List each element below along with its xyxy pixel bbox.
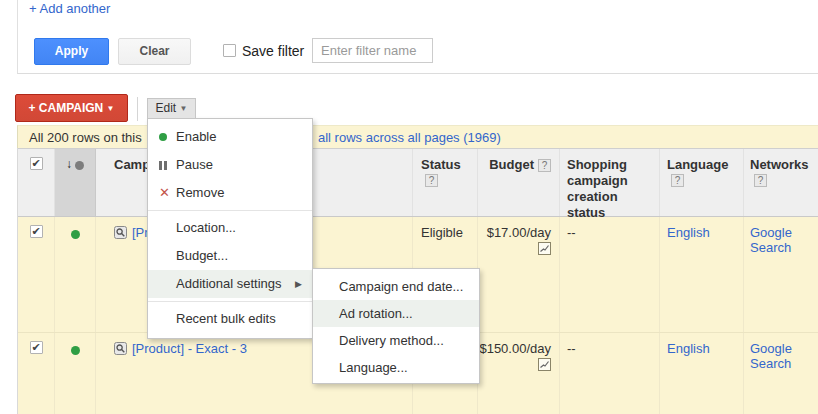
header-language-label: Language [667, 157, 728, 172]
budget-chart-icon[interactable] [538, 358, 551, 371]
submenu-item-language[interactable]: Language... [313, 354, 479, 381]
networks-link[interactable]: Google Search [750, 341, 792, 371]
budget-value[interactable]: $17.00/day [487, 225, 551, 240]
shopping-status-cell: -- [560, 217, 660, 332]
row-checkbox[interactable]: ✔ [30, 341, 43, 354]
language-link[interactable]: English [667, 341, 710, 356]
submenu-item-ad-rotation[interactable]: Ad rotation... [313, 300, 479, 327]
help-icon[interactable]: ? [538, 159, 551, 172]
header-status-label: Status [421, 157, 461, 172]
header-select-all-cell: ✔ [18, 149, 55, 216]
help-icon[interactable]: ? [425, 174, 438, 187]
menu-item-recent-bulk-edits[interactable]: Recent bulk edits [148, 305, 312, 333]
selection-banner-text: All 200 rows on this [29, 130, 142, 145]
submenu-item-delivery-method[interactable]: Delivery method... [313, 327, 479, 354]
chevron-down-icon: ▼ [180, 104, 188, 113]
campaign-name-link[interactable]: [Product] - Exact - 3 [132, 341, 247, 356]
add-campaign-button[interactable]: + CAMPAIGN ▼ [15, 94, 128, 122]
menu-item-location[interactable]: Location... [148, 214, 312, 242]
toolbar-divider [137, 97, 138, 121]
menu-item-budget[interactable]: Budget... [148, 242, 312, 270]
budget-cell: $17.00/day [478, 217, 560, 332]
pause-icon [159, 151, 167, 179]
add-campaign-label: + CAMPAIGN [28, 101, 103, 115]
header-shopping-status[interactable]: Shopping campaign creation status ? [560, 149, 660, 216]
save-filter-label: Save filter [242, 43, 304, 59]
enable-dot-icon [159, 123, 167, 151]
filter-panel: + Add another Apply Clear Save filter [17, 0, 818, 74]
apply-button[interactable]: Apply [34, 38, 109, 65]
budget-chart-icon[interactable] [538, 242, 551, 255]
row-status-dot-cell [55, 217, 96, 332]
help-icon[interactable]: ? [754, 174, 767, 187]
menu-item-label: Remove [176, 185, 224, 200]
budget-value[interactable]: $150.00/day [479, 341, 551, 356]
menu-item-enable[interactable]: Enable [148, 123, 312, 151]
menu-separator [148, 210, 312, 211]
additional-settings-submenu: Campaign end date... Ad rotation... Deli… [312, 268, 480, 384]
submenu-arrow-icon: ▶ [295, 270, 302, 298]
networks-cell: Google Search [744, 333, 818, 414]
row-status-dot-cell [55, 333, 96, 414]
header-status-sort-cell[interactable]: ↓ [55, 149, 96, 216]
menu-item-label: Additional settings [176, 276, 282, 291]
menu-item-remove[interactable]: ✕ Remove [148, 179, 312, 207]
filter-name-input[interactable] [312, 38, 433, 63]
shopping-status-cell: -- [560, 333, 660, 414]
row-checkbox[interactable]: ✔ [30, 225, 43, 238]
enabled-dot-icon [71, 230, 80, 239]
sort-descending-icon: ↓ [66, 157, 72, 171]
networks-cell: Google Search [744, 217, 818, 332]
language-cell: English [660, 333, 744, 414]
shopping-campaign-icon [114, 226, 127, 239]
menu-separator [148, 301, 312, 302]
select-all-pages-link[interactable]: all rows across all pages (1969) [318, 130, 501, 145]
menu-item-label: Enable [176, 129, 216, 144]
add-another-link[interactable]: + Add another [29, 1, 110, 16]
submenu-item-campaign-end-date[interactable]: Campaign end date... [313, 273, 479, 300]
header-shopping-label: Shopping campaign creation status [567, 157, 628, 220]
save-filter-checkbox[interactable] [223, 44, 236, 57]
header-networks[interactable]: Networks? [744, 149, 818, 216]
select-all-checkbox[interactable]: ✔ [30, 157, 43, 170]
networks-link[interactable]: Google Search [750, 225, 792, 255]
edit-dropdown-menu: Enable Pause ✕ Remove Location... Budget… [147, 118, 313, 339]
header-networks-label: Networks [750, 157, 809, 172]
edit-button[interactable]: Edit ▼ [147, 98, 196, 119]
status-dot-icon [75, 161, 84, 170]
row-select-cell: ✔ [18, 217, 55, 332]
menu-item-additional-settings[interactable]: Additional settings ▶ [148, 270, 312, 298]
header-budget-label: Budget [489, 157, 534, 172]
selection-banner: All 200 rows on this all rows across all… [17, 125, 818, 148]
menu-item-pause[interactable]: Pause [148, 151, 312, 179]
language-link[interactable]: English [667, 225, 710, 240]
shopping-campaign-icon [114, 342, 127, 355]
adwords-campaigns-page: + Add another Apply Clear Save filter + … [0, 0, 818, 414]
help-icon[interactable]: ? [671, 174, 684, 187]
budget-cell: $150.00/day [478, 333, 560, 414]
language-cell: English [660, 217, 744, 332]
enabled-dot-icon [71, 346, 80, 355]
row-select-cell: ✔ [18, 333, 55, 414]
edit-button-label: Edit [156, 101, 177, 115]
chevron-down-icon: ▼ [107, 104, 115, 113]
remove-x-icon: ✕ [159, 179, 170, 207]
header-language[interactable]: Language? [660, 149, 744, 216]
clear-button[interactable]: Clear [118, 38, 191, 65]
table-header-row: ✔ ↓ Campaign Status? Budget? Shopping ca… [18, 148, 818, 217]
menu-item-label: Pause [176, 157, 213, 172]
header-status[interactable]: Status? [413, 149, 478, 216]
header-budget[interactable]: Budget? [478, 149, 560, 216]
